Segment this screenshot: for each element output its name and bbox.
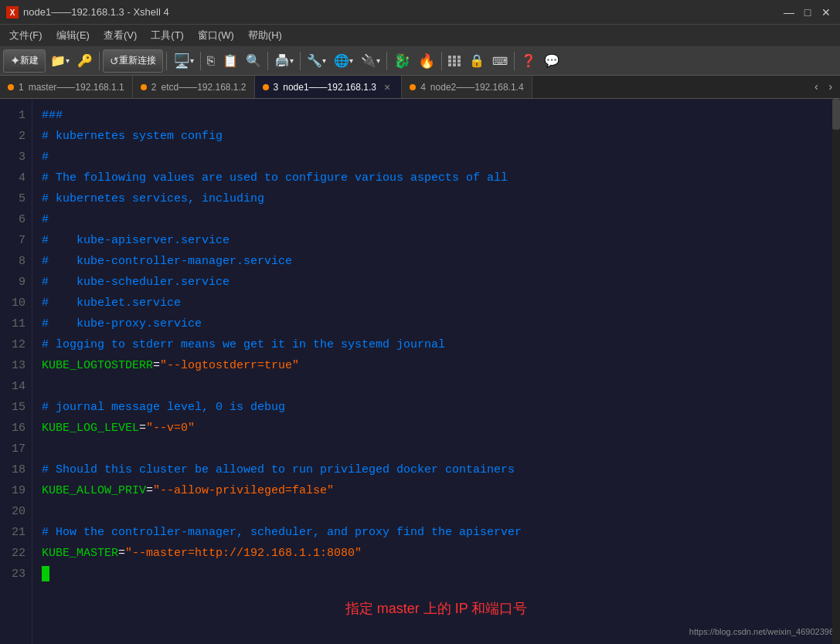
close-button[interactable]: ✕ [818, 5, 834, 20]
copy-button[interactable]: ⎘ [204, 49, 218, 73]
line-number-20: 20 [6, 501, 26, 522]
comment-text: # How the controller-manager, scheduler,… [42, 526, 522, 539]
comment-text: # kube-scheduler.service [42, 276, 230, 289]
val-text: "--allow-privileged=false" [153, 484, 334, 497]
help-icon: ❓ [521, 53, 536, 68]
search-button[interactable]: 🔍 [243, 49, 264, 73]
code-line-12: # logging to stderr means we get it in t… [42, 334, 840, 355]
line-number-9: 9 [6, 272, 26, 293]
scrollbar[interactable] [832, 99, 840, 644]
toolbar: ✦ 新建 📁 ▾ 🔑 ↺ 重新连接 🖥️▾ ⎘ 📋 🔍 🖨️▾ 🔧▾ 🌐▾ 🔌▾… [0, 46, 840, 76]
val-text: "--logtostderr=true" [160, 359, 299, 372]
line-number-22: 22 [6, 543, 26, 564]
help-button[interactable]: ❓ [518, 49, 539, 73]
tab-1[interactable]: 2etcd——192.168.1.2 [133, 76, 255, 98]
code-line-21: # How the controller-manager, scheduler,… [42, 522, 840, 543]
code-line-1: ### [42, 105, 840, 126]
maximize-button[interactable]: □ [800, 5, 815, 20]
code-line-23 [42, 564, 840, 585]
tab-arrow-left[interactable]: ‹ [810, 80, 822, 95]
tab-dot-1 [141, 84, 147, 90]
key-text: KUBE_ALLOW_PRIV [42, 484, 146, 497]
comment-text: # kubernetes system config [42, 130, 223, 143]
menu-item-T[interactable]: 工具(T) [145, 27, 190, 44]
print-button[interactable]: 🖨️▾ [271, 49, 297, 73]
copy-icon: ⎘ [207, 54, 215, 68]
code-line-15: # journal message level, 0 is debug [42, 397, 840, 418]
code-line-3: # [42, 147, 840, 168]
cursor [42, 566, 49, 581]
globe-button[interactable]: 🌐▾ [331, 49, 356, 73]
tab-num-0: 1 [19, 82, 24, 93]
new-button[interactable]: ✦ 新建 [3, 49, 46, 73]
tab-num-2: 3 [274, 82, 279, 93]
plugin-button[interactable]: 🔌▾ [358, 49, 383, 73]
dragon-button[interactable]: 🐉 [390, 49, 413, 73]
code-lines: #### kubernetes system config## The foll… [42, 105, 840, 585]
tab-num-3: 4 [420, 82, 426, 93]
comment-text: # kube-apiserver.service [42, 234, 230, 247]
tab-3[interactable]: 4node2——192.168.1.4 [402, 76, 532, 98]
code-line-9: # kube-scheduler.service [42, 272, 840, 293]
print-icon: 🖨️ [274, 53, 290, 68]
menu-item-W[interactable]: 窗口(W) [192, 27, 240, 44]
key-button[interactable]: 🔑 [74, 49, 96, 73]
lock-icon: 🔒 [469, 53, 485, 68]
paste-button[interactable]: 📋 [219, 49, 241, 73]
tab-arrow-right[interactable]: › [825, 80, 837, 95]
status-bar: https://blog.csdn.net/weixin_46902396 [683, 620, 840, 644]
tab-dot-2 [263, 84, 269, 90]
line-number-10: 10 [6, 293, 26, 314]
fire-button[interactable]: 🔥 [415, 49, 438, 73]
lock-button[interactable]: 🔒 [466, 49, 488, 73]
chat-button[interactable]: 💬 [541, 49, 563, 73]
code-line-13: KUBE_LOGTOSTDERR="--logtostderr=true" [42, 355, 840, 376]
menu-item-V[interactable]: 查看(V) [97, 27, 143, 44]
line-number-19: 19 [6, 480, 26, 501]
tab-2[interactable]: 3node1——192.168.1.3× [255, 76, 403, 98]
keyboard-button[interactable]: ⌨ [489, 49, 511, 73]
line-number-1: 1 [6, 105, 26, 126]
tab-close-2[interactable]: × [381, 80, 393, 95]
line-number-5: 5 [6, 188, 26, 209]
tab-dot-3 [410, 84, 416, 90]
comment-text: # logging to stderr means we get it in t… [42, 338, 445, 351]
monitor-button[interactable]: 🖥️▾ [170, 49, 197, 73]
separator-1 [99, 52, 100, 70]
settings-button[interactable]: 🔧▾ [304, 49, 329, 73]
tab-num-1: 2 [151, 82, 157, 93]
val-text: "--v=0" [146, 422, 195, 435]
comment-text: # [42, 213, 49, 226]
tab-0[interactable]: 1master——192.168.1.1 [0, 76, 133, 98]
line-number-18: 18 [6, 459, 26, 480]
tab-label-1: etcd——192.168.1.2 [161, 82, 246, 93]
val-text: "--master=http://192.168.1.1:8080" [125, 547, 362, 560]
line-numbers: 1234567891011121314151617181920212223 [0, 99, 32, 644]
tab-dot-0 [8, 84, 14, 90]
dropdown-arrow: ▾ [66, 56, 70, 65]
menu-item-H[interactable]: 帮助(H) [242, 27, 288, 44]
code-line-22: KUBE_MASTER="--master=http://192.168.1.1… [42, 543, 840, 564]
separator-6 [386, 52, 387, 70]
code-line-20 [42, 501, 840, 522]
reconnect-button[interactable]: ↺ 重新连接 [103, 49, 163, 73]
scroll-thumb[interactable] [832, 99, 840, 130]
comment-text: # kube-proxy.service [42, 317, 202, 330]
menu-item-F[interactable]: 文件(F) [3, 27, 49, 44]
menu-item-E[interactable]: 编辑(E) [50, 27, 96, 44]
minimize-button[interactable]: — [781, 5, 797, 20]
code-line-4: # The following values are used to confi… [42, 168, 840, 188]
tab-label-2: node1——192.168.1.3 [283, 82, 376, 93]
folder-button[interactable]: 📁 ▾ [47, 49, 73, 73]
line-number-16: 16 [6, 418, 26, 439]
code-line-14 [42, 376, 840, 397]
code-line-8: # kube-controller-manager.service [42, 251, 840, 272]
line-number-13: 13 [6, 355, 26, 376]
grid-button[interactable] [445, 49, 464, 73]
equals: = [139, 422, 146, 435]
app-icon: X [6, 6, 19, 19]
titlebar: X node1——192.168.1.3 - Xshell 4 — □ ✕ [0, 0, 840, 25]
equals: = [153, 359, 160, 372]
monitor-icon: 🖥️ [173, 53, 190, 69]
code-area[interactable]: #### kubernetes system config## The foll… [32, 99, 840, 644]
